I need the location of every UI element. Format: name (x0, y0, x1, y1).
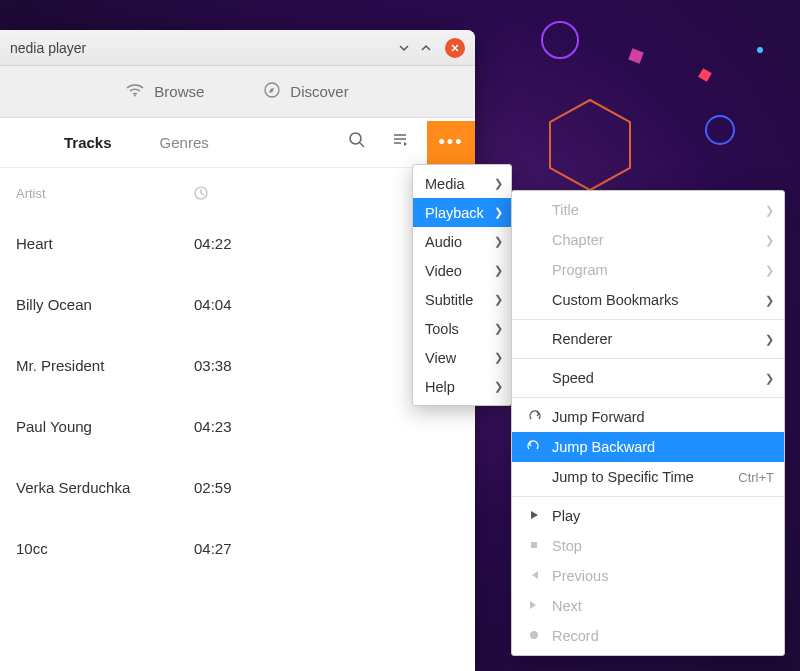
menu-item-label: Jump Backward (552, 439, 774, 455)
next-icon (526, 599, 542, 614)
menu-item-help[interactable]: Help❯ (413, 372, 511, 401)
menu-item-stop: Stop (512, 531, 784, 561)
menu-item-label: Renderer (552, 331, 755, 347)
nav-discover[interactable]: Discover (264, 82, 348, 101)
track-row[interactable]: Heart04:22 (0, 213, 475, 274)
menu-item-custom-bookmarks[interactable]: Custom Bookmarks❯ (512, 285, 784, 315)
menu-item-tools[interactable]: Tools❯ (413, 314, 511, 343)
track-artist: Billy Ocean (16, 296, 194, 313)
list-header: Artist (0, 168, 475, 213)
menu-item-audio[interactable]: Audio❯ (413, 227, 511, 256)
menu-item-playback[interactable]: Playback❯ (413, 198, 511, 227)
search-icon (348, 131, 366, 154)
ellipsis-icon: ••• (439, 132, 464, 153)
window-title: nedia player (10, 40, 393, 56)
nav-discover-label: Discover (290, 83, 348, 100)
track-artist: Verka Serduchka (16, 479, 194, 496)
play-icon (526, 509, 542, 524)
tab-genres[interactable]: Genres (136, 118, 233, 167)
menu-item-label: Media (425, 176, 465, 192)
menu-item-label: Subtitle (425, 292, 473, 308)
track-artist: Mr. President (16, 357, 194, 374)
svg-point-4 (542, 22, 578, 58)
menu-item-next: Next (512, 591, 784, 621)
track-duration: 04:22 (194, 235, 232, 252)
navbar: Browse Discover (0, 66, 475, 118)
menu-item-label: Playback (425, 205, 484, 221)
svg-rect-6 (698, 68, 712, 82)
svg-line-12 (360, 143, 364, 147)
wifi-icon (126, 83, 144, 100)
stop-icon (526, 539, 542, 554)
menu-item-media[interactable]: Media❯ (413, 169, 511, 198)
menu-item-jump-to-specific-time[interactable]: Jump to Specific TimeCtrl+T (512, 462, 784, 492)
menu-item-label: Jump Forward (552, 409, 774, 425)
svg-point-9 (134, 95, 136, 97)
menu-item-label: Record (552, 628, 774, 644)
svg-rect-5 (628, 48, 643, 63)
menu-item-speed[interactable]: Speed❯ (512, 363, 784, 393)
menu-item-label: Custom Bookmarks (552, 292, 755, 308)
track-duration: 04:23 (194, 418, 232, 435)
menu-separator (512, 496, 784, 497)
maximize-button[interactable] (415, 37, 437, 59)
nav-browse[interactable]: Browse (126, 83, 204, 100)
queue-button[interactable] (379, 121, 423, 165)
track-artist: Paul Young (16, 418, 194, 435)
menu-item-label: Speed (552, 370, 755, 386)
chevron-right-icon: ❯ (765, 204, 774, 217)
menu-item-label: Next (552, 598, 774, 614)
menu-item-label: Title (552, 202, 755, 218)
svg-rect-17 (531, 542, 537, 548)
chevron-right-icon: ❯ (765, 333, 774, 346)
compass-icon (264, 82, 280, 101)
menu-item-play[interactable]: Play (512, 501, 784, 531)
menu-item-video[interactable]: Video❯ (413, 256, 511, 285)
track-list: Heart04:22Billy Ocean04:04Mr. President0… (0, 213, 475, 671)
track-duration: 03:38 (194, 357, 232, 374)
menu-item-shortcut: Ctrl+T (738, 470, 774, 485)
more-menu-button[interactable]: ••• (427, 121, 475, 165)
track-row[interactable]: Billy Ocean04:04 (0, 274, 475, 335)
chevron-right-icon: ❯ (494, 177, 503, 190)
menu-separator (512, 319, 784, 320)
svg-point-8 (757, 47, 763, 53)
menu-item-previous: Previous (512, 561, 784, 591)
track-artist: Heart (16, 235, 194, 252)
media-player-window: nedia player Browse Discover Tracks Genr… (0, 30, 475, 671)
menu-item-view[interactable]: View❯ (413, 343, 511, 372)
chevron-right-icon: ❯ (765, 264, 774, 277)
search-button[interactable] (335, 121, 379, 165)
chevron-right-icon: ❯ (765, 372, 774, 385)
menu-item-program: Program❯ (512, 255, 784, 285)
svg-point-3 (706, 116, 734, 144)
chevron-right-icon: ❯ (494, 322, 503, 335)
track-row[interactable]: Paul Young04:23 (0, 396, 475, 457)
track-row[interactable]: Verka Serduchka02:59 (0, 457, 475, 518)
menu-separator (512, 397, 784, 398)
menu-item-jump-forward[interactable]: Jump Forward (512, 402, 784, 432)
track-duration: 04:04 (194, 296, 232, 313)
header-duration (194, 186, 208, 203)
track-row[interactable]: 10cc04:27 (0, 518, 475, 579)
chevron-right-icon: ❯ (494, 235, 503, 248)
menu-item-title: Title❯ (512, 195, 784, 225)
menu-item-renderer[interactable]: Renderer❯ (512, 324, 784, 354)
jump-forward-icon (526, 409, 542, 426)
playback-submenu: Title❯Chapter❯Program❯Custom Bookmarks❯R… (511, 190, 785, 656)
svg-point-11 (350, 133, 361, 144)
chevron-right-icon: ❯ (494, 264, 503, 277)
previous-icon (526, 569, 542, 584)
menu-item-jump-backward[interactable]: Jump Backward (512, 432, 784, 462)
menu-item-chapter: Chapter❯ (512, 225, 784, 255)
minimize-button[interactable] (393, 37, 415, 59)
menu-item-subtitle[interactable]: Subtitle❯ (413, 285, 511, 314)
close-button[interactable] (445, 38, 465, 58)
track-duration: 02:59 (194, 479, 232, 496)
tab-tracks[interactable]: Tracks (40, 118, 136, 167)
menu-item-label: Play (552, 508, 774, 524)
chevron-right-icon: ❯ (765, 234, 774, 247)
main-context-menu: Media❯Playback❯Audio❯Video❯Subtitle❯Tool… (412, 164, 512, 406)
menu-item-label: Chapter (552, 232, 755, 248)
track-row[interactable]: Mr. President03:38 (0, 335, 475, 396)
